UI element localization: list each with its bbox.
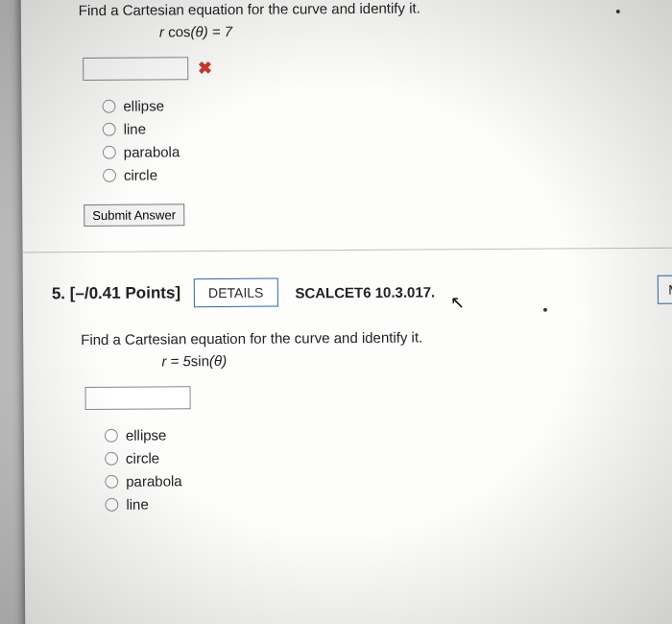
option-label: ellipse — [126, 426, 167, 443]
content-area: Find a Cartesian equation for the curve … — [21, 0, 672, 513]
q4-options: ellipse line parabola circle — [102, 94, 672, 183]
q5-formula-arg: (θ) — [209, 352, 227, 369]
option-label: ellipse — [123, 97, 164, 113]
q4-option[interactable]: line — [103, 117, 672, 137]
q5-reference: SCALCET6 10.3.017. — [295, 283, 435, 300]
q5-options: ellipse circle parabola line — [105, 423, 672, 513]
option-label: circle — [124, 166, 157, 182]
details-button[interactable]: DETAILS — [194, 278, 278, 308]
my-notes-button[interactable]: MY N — [658, 275, 672, 303]
option-label: parabola — [124, 143, 180, 159]
radio-input[interactable] — [105, 428, 118, 442]
q5-prompt: Find a Cartesian equation for the curve … — [81, 327, 672, 348]
page: Find a Cartesian equation for the curve … — [21, 0, 672, 624]
q4-option[interactable]: parabola — [103, 140, 672, 160]
q4-answer-row: ✖ — [83, 54, 672, 81]
radio-input[interactable] — [105, 497, 118, 511]
q5-header: 5. [–/0.41 Points] DETAILS SCALCET6 10.3… — [52, 276, 672, 309]
q5-option[interactable]: line — [105, 492, 672, 513]
q5-formula-fn: sin — [191, 352, 209, 369]
q4-option[interactable]: ellipse — [102, 94, 672, 114]
option-label: circle — [126, 449, 159, 466]
q5-option[interactable]: parabola — [105, 469, 672, 490]
radio-input[interactable] — [105, 474, 118, 488]
q5-answer-row — [85, 383, 672, 410]
radio-input[interactable] — [105, 451, 118, 465]
q4-formula-fn: cos — [168, 23, 190, 39]
q4-formula-lhs: r — [159, 23, 168, 39]
incorrect-icon: ✖ — [198, 60, 212, 77]
radio-input[interactable] — [103, 168, 116, 181]
q5-formula: r = 5sin(θ) — [161, 349, 672, 370]
radio-input[interactable] — [103, 122, 116, 135]
q4-option[interactable]: circle — [103, 163, 672, 183]
option-label: line — [124, 121, 146, 137]
submit-answer-button[interactable]: Submit Answer — [84, 204, 184, 227]
option-label: parabola — [126, 472, 182, 489]
q4-formula: r cos(θ) = 7 — [159, 20, 672, 40]
q5-formula-lhs: r = 5 — [161, 352, 191, 369]
radio-input[interactable] — [103, 145, 116, 158]
q4-answer-input[interactable] — [83, 57, 188, 81]
q5-answer-input[interactable] — [85, 386, 191, 410]
q5-option[interactable]: ellipse — [105, 423, 672, 444]
q4-formula-arg: (θ) = 7 — [190, 23, 232, 39]
radio-input[interactable] — [102, 99, 115, 112]
option-label: line — [126, 496, 148, 513]
question-divider — [23, 247, 672, 252]
q4-prompt: Find a Cartesian equation for the curve … — [79, 0, 672, 18]
q5-number: 5. [–/0.41 Points] — [52, 283, 180, 303]
q5-option[interactable]: circle — [105, 446, 672, 467]
q5-number-text: 5. — [52, 284, 65, 302]
q5-points: [–/0.41 Points] — [70, 283, 180, 302]
